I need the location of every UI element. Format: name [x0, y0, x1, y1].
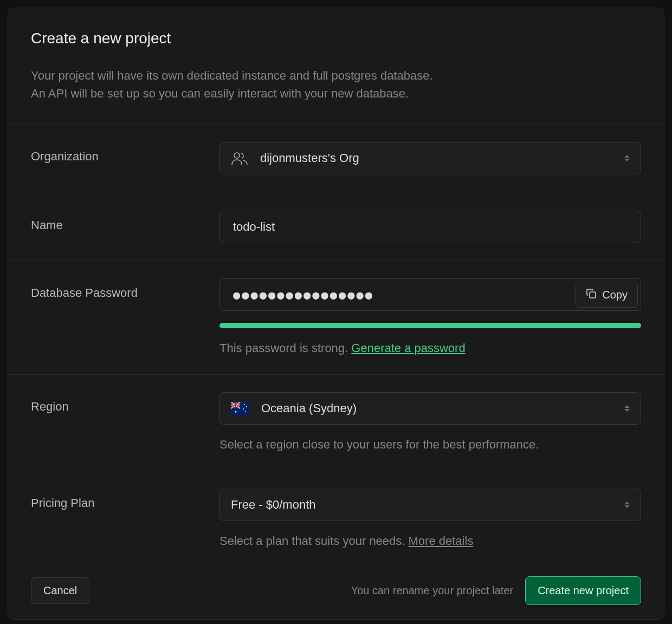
generate-password-link[interactable]: Generate a password	[351, 341, 465, 355]
organization-label: Organization	[31, 142, 219, 164]
password-strength-text: This password is strong.	[219, 341, 351, 355]
form-section: Organization dijonmusters's Org	[8, 123, 664, 567]
pricing-value: Free - $0/month	[231, 498, 620, 512]
pricing-row: Pricing Plan Free - $0/month Select a pl…	[8, 471, 664, 567]
description-line-2: An API will be set up so you can easily …	[31, 84, 641, 102]
name-control	[219, 211, 641, 243]
password-wrapper: Copy	[219, 278, 641, 311]
australia-flag-icon	[231, 402, 249, 415]
copy-label: Copy	[602, 289, 628, 301]
organization-control: dijonmusters's Org	[219, 142, 641, 174]
region-row: Region	[8, 374, 664, 471]
organization-row: Organization dijonmusters's Org	[8, 123, 664, 193]
footer-hint: You can rename your project later	[351, 584, 513, 597]
password-row: Database Password Copy	[8, 261, 664, 374]
name-label: Name	[31, 211, 219, 232]
create-project-modal: Create a new project Your project will h…	[8, 8, 664, 620]
modal-header: Create a new project Your project will h…	[8, 8, 664, 123]
footer-right: You can rename your project later Create…	[351, 576, 641, 605]
pricing-helper: Select a plan that suits your needs. Mor…	[219, 533, 641, 550]
create-project-button[interactable]: Create new project	[525, 576, 641, 605]
select-arrows-icon	[624, 155, 630, 161]
modal-footer: Cancel You can rename your project later…	[8, 567, 664, 619]
svg-rect-1	[590, 292, 596, 298]
modal-description: Your project will have its own dedicated…	[31, 67, 641, 102]
password-helper: This password is strong. Generate a pass…	[219, 340, 641, 357]
svg-point-8	[235, 411, 237, 412]
region-value: Oceania (Sydney)	[261, 401, 620, 415]
pricing-control: Free - $0/month Select a plan that suits…	[219, 489, 641, 550]
modal-title: Create a new project	[31, 30, 641, 47]
svg-point-5	[246, 406, 247, 407]
select-arrows-icon	[624, 502, 630, 508]
pricing-helper-text: Select a plan that suits your needs.	[219, 534, 409, 548]
users-icon	[231, 151, 248, 166]
more-details-link[interactable]: More details	[409, 534, 474, 548]
svg-point-4	[244, 404, 245, 405]
pricing-label: Pricing Plan	[31, 489, 219, 510]
organization-value: dijonmusters's Org	[260, 151, 620, 165]
cancel-button[interactable]: Cancel	[31, 577, 89, 604]
organization-select[interactable]: dijonmusters's Org	[219, 142, 641, 174]
region-control: Oceania (Sydney) Select a region close t…	[219, 392, 641, 453]
password-strength-bar	[219, 323, 641, 328]
name-input[interactable]	[219, 211, 641, 243]
svg-point-7	[245, 411, 246, 412]
copy-icon	[586, 288, 597, 302]
region-label: Region	[31, 392, 219, 414]
region-select[interactable]: Oceania (Sydney)	[219, 392, 641, 425]
description-line-1: Your project will have its own dedicated…	[31, 67, 641, 84]
svg-point-0	[234, 153, 240, 158]
name-row: Name	[8, 193, 664, 261]
pricing-select[interactable]: Free - $0/month	[219, 489, 641, 521]
region-helper: Select a region close to your users for …	[219, 437, 641, 453]
svg-point-6	[243, 408, 244, 410]
copy-button[interactable]: Copy	[576, 282, 638, 308]
select-arrows-icon	[624, 405, 630, 412]
password-control: Copy This password is strong. Generate a…	[219, 278, 641, 357]
password-label: Database Password	[31, 278, 219, 300]
